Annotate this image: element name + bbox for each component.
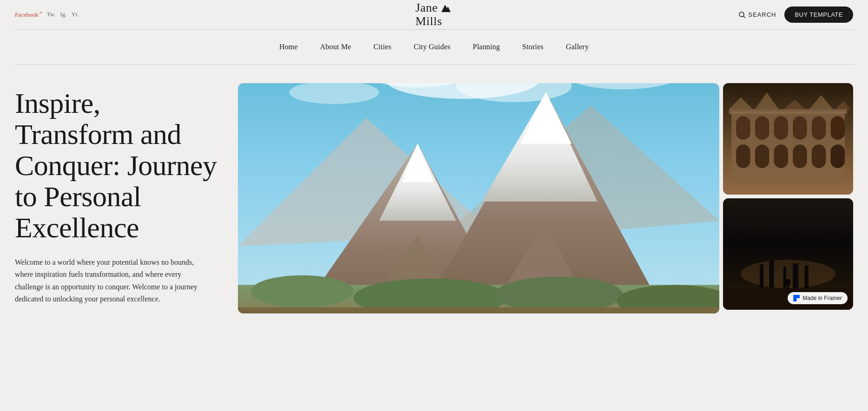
social-sep-2: Ig. — [60, 11, 66, 18]
search-button[interactable]: SEARCH — [739, 11, 776, 18]
hero-subtitle: Welcome to a world where your potential … — [15, 256, 210, 306]
nav-cities[interactable]: Cities — [374, 43, 392, 51]
side-images-column: Made in Framer — [723, 83, 853, 310]
nav-gallery[interactable]: Gallery — [566, 43, 589, 51]
nav-home[interactable]: Home — [279, 43, 298, 51]
top-right-actions: SEARCH BUY TEMPLATE — [739, 7, 853, 23]
svg-point-24 — [495, 277, 623, 313]
social-links: Facebook↗ Tw. Ig. Yt. — [15, 11, 79, 19]
hero-section: Inspire, Transform and Conquer: Journey … — [0, 65, 868, 306]
side-image-top — [723, 83, 853, 195]
hero-title: Inspire, Transform and Conquer: Journey … — [15, 88, 219, 243]
side-image-bottom: Made in Framer — [723, 198, 853, 310]
search-icon — [739, 12, 745, 18]
main-hero-image — [238, 83, 719, 313]
mountain-svg — [238, 83, 719, 313]
facebook-link[interactable]: Facebook↗ — [15, 11, 42, 19]
nav-planning[interactable]: Planning — [473, 43, 500, 51]
svg-point-56 — [786, 279, 790, 286]
social-sep-1: Tw. — [47, 11, 56, 18]
top-bar: Facebook↗ Tw. Ig. Yt. Jane Mills SEARCH … — [0, 0, 868, 29]
svg-point-22 — [251, 275, 354, 307]
framer-logo-icon — [793, 295, 800, 301]
svg-rect-51 — [769, 260, 774, 293]
logo[interactable]: Jane Mills — [415, 1, 453, 28]
nav-stories[interactable]: Stories — [522, 43, 544, 51]
colosseum-svg — [723, 83, 853, 195]
svg-rect-26 — [238, 307, 719, 313]
svg-rect-47 — [723, 83, 853, 195]
hero-text: Inspire, Transform and Conquer: Journey … — [15, 83, 238, 305]
nav-city-guides[interactable]: City Guides — [414, 43, 450, 51]
logo-mountain-icon — [439, 4, 452, 14]
framer-badge: Made in Framer — [788, 292, 848, 304]
nav-bar: Home About Me Cities City Guides Plannin… — [0, 30, 868, 64]
nav-about-me[interactable]: About Me — [320, 43, 351, 51]
social-sep-3: Yt. — [71, 11, 79, 18]
logo-text: Jane Mills — [415, 1, 453, 28]
buy-template-button[interactable]: BUY TEMPLATE — [784, 7, 853, 23]
svg-line-3 — [743, 16, 745, 18]
hero-images: Made in Framer — [238, 83, 853, 306]
svg-rect-57 — [787, 286, 789, 290]
